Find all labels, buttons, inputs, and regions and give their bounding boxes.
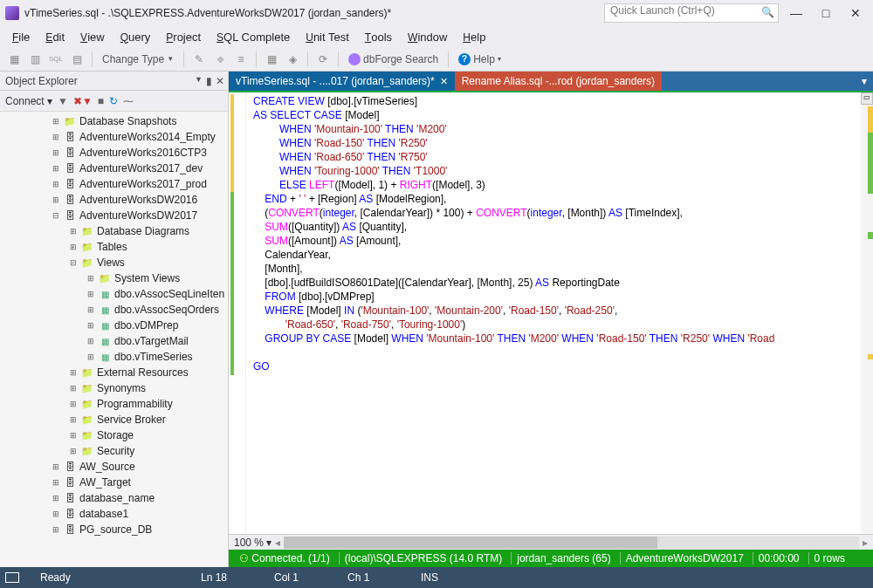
menu-project[interactable]: Project (159, 29, 208, 45)
toolbar-sql-icon[interactable]: SQL (47, 51, 65, 68)
tree-node[interactable]: ⊞PG_source_DB (0, 522, 228, 537)
editor-tab[interactable]: Rename Alias.sql -...rod (jordan_sanders… (455, 72, 662, 91)
expand-icon[interactable]: ⊟ (68, 258, 78, 267)
overview-ruler[interactable]: ▭ (861, 92, 873, 534)
minimize-button[interactable]: — (784, 3, 808, 23)
toolbar-btn[interactable]: ▦ (263, 51, 280, 68)
dropdown-icon[interactable]: ▼ (195, 75, 203, 87)
toolbar-btn[interactable]: ◈ (284, 51, 301, 68)
menu-query[interactable]: Query (113, 29, 158, 45)
tree-node[interactable]: ⊞Tables (0, 239, 228, 255)
close-icon[interactable]: ✕ (216, 75, 224, 87)
toolbar-btn[interactable]: ⎆ (211, 51, 229, 68)
tree-node[interactable]: ⊞dbo.vDMPrep (0, 318, 228, 333)
expand-icon[interactable]: ⊞ (86, 352, 95, 361)
filter-icon[interactable]: ▼ (58, 95, 68, 107)
editor-tab[interactable]: vTimeSeries.sql - ....017 (jordan_sander… (229, 72, 455, 91)
expand-icon[interactable]: ⊟ (51, 211, 60, 220)
expand-icon[interactable]: ⊞ (68, 415, 78, 424)
tab-menu-icon[interactable]: ▾ (856, 72, 873, 91)
expand-icon[interactable]: ⊞ (51, 462, 60, 471)
expand-icon[interactable]: ⊞ (68, 447, 78, 455)
tree-node[interactable]: ⊞Storage (0, 427, 228, 443)
tree-node[interactable]: ⊞dbo.vAssocSeqLineIten (0, 286, 228, 302)
tree-node[interactable]: ⊞AdventureWorks2017_prod (0, 176, 228, 192)
expand-icon[interactable]: ⊞ (51, 525, 60, 534)
tree-node[interactable]: ⊞AdventureWorks2014_Empty (0, 129, 228, 145)
expand-icon[interactable]: ⊞ (86, 290, 95, 298)
tree-node[interactable]: ⊞External Resources (0, 365, 228, 380)
tree-node[interactable]: ⊞database_name (0, 490, 228, 506)
expand-icon[interactable]: ⊞ (68, 400, 78, 408)
expand-icon[interactable]: ⊞ (86, 274, 95, 283)
tree-node[interactable]: ⊞Service Broker (0, 412, 228, 427)
tree-node[interactable]: ⊞Synonyms (0, 380, 228, 396)
tree-node[interactable]: ⊞AW_Source (0, 459, 228, 475)
change-type-dropdown[interactable]: Change Type ▼ (99, 53, 177, 65)
tree-node[interactable]: ⊞Database Snapshots (0, 113, 228, 129)
tree-node[interactable]: ⊞AdventureWorksDW2016 (0, 192, 228, 208)
expand-icon[interactable]: ⊞ (68, 431, 78, 440)
close-button[interactable]: ✕ (843, 3, 868, 23)
tree-node[interactable]: ⊞Security (0, 443, 228, 459)
tab-close-icon[interactable]: ✕ (440, 76, 448, 87)
tree-node[interactable]: ⊞AdventureWorks2016CTP3 (0, 145, 228, 161)
menu-tools[interactable]: Tools (358, 29, 399, 45)
expand-icon[interactable]: ⊞ (51, 148, 60, 157)
tree-node[interactable]: ⊞System Views (0, 270, 228, 286)
expand-icon[interactable]: ⊞ (86, 337, 95, 345)
expand-icon[interactable]: ⊞ (68, 227, 78, 236)
object-explorer-tree[interactable]: ⊞Database Snapshots⊞AdventureWorks2014_E… (0, 112, 228, 567)
tree-node[interactable]: ⊞AW_Target (0, 475, 228, 490)
expand-icon[interactable]: ⊞ (86, 305, 95, 314)
expand-icon[interactable]: ⊞ (51, 164, 60, 173)
expand-icon[interactable]: ⊞ (68, 368, 78, 377)
menu-file[interactable]: File (5, 29, 37, 45)
pin-icon[interactable]: ▮ (206, 75, 212, 87)
split-icon[interactable]: ▭ (861, 92, 873, 105)
menu-edit[interactable]: Edit (38, 29, 72, 45)
filter-off-icon[interactable]: ✖▼ (73, 95, 93, 107)
expand-icon[interactable]: ⊞ (51, 478, 60, 487)
refresh-icon[interactable]: ↻ (109, 95, 118, 107)
code-editor[interactable]: CREATE VIEW [dbo].[vTimeSeries] AS SELEC… (246, 92, 861, 534)
expand-icon[interactable]: ⊞ (51, 494, 60, 503)
menu-sql-complete[interactable]: SQL Complete (210, 29, 297, 45)
tree-node[interactable]: ⊞dbo.vTimeSeries (0, 349, 228, 365)
menu-view[interactable]: View (73, 29, 112, 45)
toolbar-btn[interactable]: ✎ (190, 51, 208, 68)
toolbar-btn[interactable]: ▤ (68, 51, 86, 68)
expand-icon[interactable]: ⊞ (51, 180, 60, 188)
expand-icon[interactable]: ⊞ (51, 133, 60, 141)
help-dropdown[interactable]: ? Help ▾ (455, 53, 505, 65)
menu-unit-test[interactable]: Unit Test (299, 29, 356, 45)
expand-icon[interactable]: ⊞ (51, 117, 60, 126)
expand-icon[interactable]: ⊞ (86, 321, 95, 330)
scroll-left-icon[interactable]: ◂ (275, 537, 280, 549)
menu-help[interactable]: Help (456, 29, 492, 45)
toolbar-btn[interactable]: ⟳ (314, 51, 332, 68)
toolbar-btn[interactable]: ≡ (232, 51, 250, 68)
tree-node[interactable]: ⊟AdventureWorksDW2017 (0, 208, 228, 223)
quick-launch-input[interactable]: Quick Launch (Ctrl+Q) 🔍 (604, 3, 779, 23)
tree-node[interactable]: ⊞Programmability (0, 396, 228, 412)
tree-node[interactable]: ⊟Views (0, 255, 228, 270)
expand-icon[interactable]: ⊞ (51, 509, 60, 518)
toolbar-btn[interactable]: ▦ (5, 51, 23, 68)
expand-icon[interactable]: ⊞ (68, 384, 78, 393)
tree-node[interactable]: ⊞database1 (0, 506, 228, 522)
tree-node[interactable]: ⊞dbo.vTargetMail (0, 333, 228, 349)
expand-icon[interactable]: ⊞ (68, 243, 78, 251)
scroll-right-icon[interactable]: ▸ (863, 537, 868, 549)
tree-node[interactable]: ⊞AdventureWorks2017_dev (0, 161, 228, 176)
connect-dropdown[interactable]: Connect ▾ (5, 95, 52, 107)
stop-icon[interactable]: ■ (98, 95, 104, 107)
dbforge-search-button[interactable]: dbForge Search (345, 53, 442, 65)
maximize-button[interactable]: □ (814, 3, 838, 23)
toolbar-btn[interactable]: ▥ (26, 51, 44, 68)
activity-icon[interactable]: ⁓ (123, 95, 134, 107)
menu-window[interactable]: Window (401, 29, 454, 45)
horizontal-scrollbar[interactable] (284, 537, 859, 549)
expand-icon[interactable]: ⊞ (51, 195, 60, 204)
tree-node[interactable]: ⊞Database Diagrams (0, 223, 228, 239)
